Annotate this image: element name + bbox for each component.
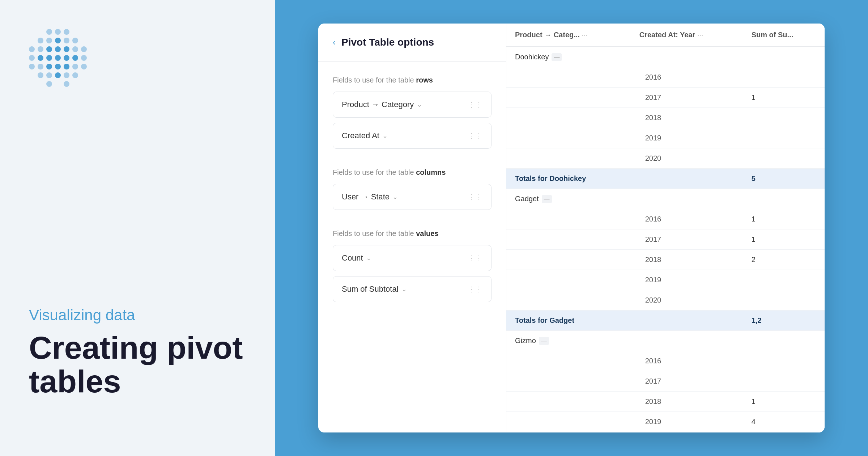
category-cell <box>506 67 631 88</box>
category-cell <box>506 229 631 250</box>
dot <box>64 64 69 69</box>
category-name: Gadget — <box>515 195 622 203</box>
year-cell: 2016 <box>631 351 743 371</box>
row-field-created-at[interactable]: Created At ⌄ ⋮⋮ <box>333 123 492 149</box>
logo <box>29 29 246 88</box>
dot <box>81 72 87 78</box>
category-cell <box>506 412 631 432</box>
year-cell: 2019 <box>631 270 743 290</box>
pivot-table-panel: Product → Categ... ⋯ Created At: Year ⋯ … <box>506 24 825 432</box>
year-cell <box>631 47 743 67</box>
table-row: 20181 <box>506 392 825 412</box>
dot <box>81 46 87 52</box>
dot <box>55 72 61 78</box>
col-drag-icon[interactable]: ⋯ <box>582 32 587 38</box>
dot <box>55 46 61 52</box>
category-cell <box>506 128 631 148</box>
year-cell: 2020 <box>631 148 743 169</box>
value-cell <box>743 47 825 67</box>
chevron-down-icon: ⌄ <box>417 101 422 109</box>
year-cell: 2020 <box>631 432 743 433</box>
dot <box>64 55 69 61</box>
chevron-down-icon: ⌄ <box>392 193 398 201</box>
dot <box>81 38 87 43</box>
category-cell <box>506 250 631 270</box>
hero-text: Visualizing data Creating pivot tables <box>29 307 246 398</box>
dot <box>64 81 69 87</box>
year-cell: 2016 <box>631 209 743 229</box>
dot <box>55 29 61 35</box>
table-row: 20161 <box>506 209 825 229</box>
values-label: Fields to use for the table values <box>333 229 492 238</box>
category-cell <box>506 108 631 128</box>
back-icon[interactable]: ‹ <box>333 37 336 47</box>
table-row: 20182 <box>506 250 825 270</box>
subtitle: Visualizing data <box>29 307 246 324</box>
value-cell <box>743 331 825 351</box>
value-cell: 1 <box>743 88 825 108</box>
col-drag-icon[interactable]: ⋯ <box>697 32 703 38</box>
dot <box>29 29 35 35</box>
row-field-product-category[interactable]: Product → Category ⌄ ⋮⋮ <box>333 92 492 118</box>
column-field-user-state[interactable]: User → State ⌄ ⋮⋮ <box>333 184 492 210</box>
dot <box>38 29 43 35</box>
drag-handle-icon[interactable]: ⋮⋮ <box>468 131 482 140</box>
value-cell: 1 <box>743 209 825 229</box>
table-row: 2016 <box>506 67 825 88</box>
value-field-count[interactable]: Count ⌄ ⋮⋮ <box>333 245 492 271</box>
value-cell <box>743 290 825 311</box>
chevron-down-icon: ⌄ <box>366 254 371 262</box>
table-row: 2019 <box>506 270 825 290</box>
pivot-table: Product → Categ... ⋯ Created At: Year ⋯ … <box>506 24 825 432</box>
category-cell: Gizmo — <box>506 331 631 351</box>
category-cell <box>506 88 631 108</box>
dot <box>81 29 87 35</box>
dot <box>29 46 35 52</box>
dot <box>72 64 78 69</box>
table-row: 2020 <box>506 148 825 169</box>
dot <box>64 38 69 43</box>
dot <box>55 38 61 43</box>
pivot-table-card: ‹ Pivot Table options Fields to use for … <box>318 24 825 432</box>
dot <box>72 29 78 35</box>
collapse-icon[interactable]: — <box>542 195 552 203</box>
field-name-product-category: Product → Category ⌄ <box>342 100 422 109</box>
dot <box>46 55 52 61</box>
dot <box>72 72 78 78</box>
year-cell: 2017 <box>631 88 743 108</box>
drag-handle-icon[interactable]: ⋮⋮ <box>468 193 482 201</box>
values-section: Fields to use for the table values Count… <box>318 215 506 302</box>
table-row: 20194 <box>506 412 825 432</box>
dot <box>64 29 69 35</box>
value-cell <box>743 432 825 433</box>
table-row: Totals for Doohickey5 <box>506 169 825 189</box>
category-cell <box>506 148 631 169</box>
category-name: Gizmo — <box>515 337 622 345</box>
table-row: Gadget — <box>506 189 825 209</box>
value-field-sum-subtotal[interactable]: Sum of Subtotal ⌄ ⋮⋮ <box>333 276 492 302</box>
table-row: 20171 <box>506 88 825 108</box>
category-cell: Totals for Gadget <box>506 311 743 331</box>
value-cell <box>743 270 825 290</box>
dot <box>64 72 69 78</box>
category-cell <box>506 351 631 371</box>
collapse-icon[interactable]: — <box>552 53 562 61</box>
table-row: 2019 <box>506 128 825 148</box>
drag-handle-icon[interactable]: ⋮⋮ <box>468 254 482 262</box>
category-cell <box>506 290 631 311</box>
main-title: Creating pivot tables <box>29 331 246 398</box>
options-header: ‹ Pivot Table options <box>318 24 506 62</box>
drag-handle-icon[interactable]: ⋮⋮ <box>468 100 482 109</box>
dot <box>38 55 43 61</box>
year-cell: 2017 <box>631 229 743 250</box>
collapse-icon[interactable]: — <box>539 337 549 345</box>
year-cell <box>631 331 743 351</box>
category-cell <box>506 371 631 392</box>
dot <box>29 55 35 61</box>
year-cell: 2019 <box>631 412 743 432</box>
drag-handle-icon[interactable]: ⋮⋮ <box>468 285 482 294</box>
table-row: Gizmo — <box>506 331 825 351</box>
field-name-sum-subtotal: Sum of Subtotal ⌄ <box>342 284 407 294</box>
dot <box>55 81 61 87</box>
value-cell: 4 <box>743 412 825 432</box>
